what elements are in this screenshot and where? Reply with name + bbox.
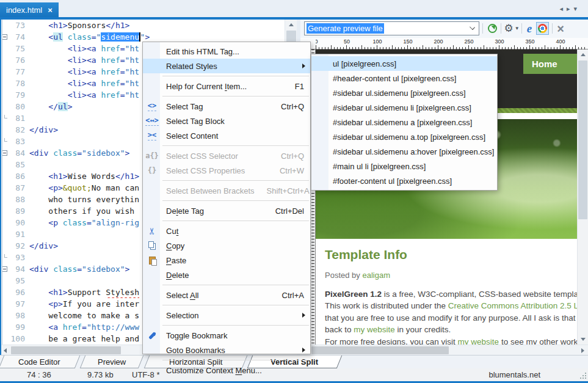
menu-item-select-all[interactable]: Select AllCtrl+A <box>143 288 310 302</box>
line-number: 73 <box>10 20 29 31</box>
submenu-item-style-sidebar-ul-sidemenu[interactable]: #sidebar ul.sidemenu [pixelgreen.css] <box>311 86 497 100</box>
fold-toggle-icon[interactable] <box>2 34 7 40</box>
menu-item-edit-html-tag[interactable]: Edit this HTML Tag... <box>143 44 310 59</box>
scroll-up-icon[interactable] <box>285 20 297 30</box>
menu-item-label: Customize Context Menu... <box>166 366 304 375</box>
close-preview-button[interactable]: × <box>554 22 567 35</box>
submenu-item-style-ul[interactable]: ul [pixelgreen.css] <box>311 56 497 71</box>
line-number: 83 <box>10 136 29 147</box>
fold-toggle-icon[interactable] <box>2 266 7 272</box>
menu-item-customize-context-menu[interactable]: Customize Context Menu... <box>143 363 310 378</box>
related-styles-submenu: ul [pixelgreen.css]#header-content ul [p… <box>311 54 498 191</box>
scroll-down-icon[interactable] <box>578 334 588 345</box>
ruler-label: 250 <box>464 38 473 45</box>
submenu-item-label: #sidebar ul.sidemenu a.top [pixelgreen.c… <box>333 133 491 142</box>
fold-toggle-icon[interactable] <box>2 150 7 156</box>
submenu-item-label: ul [pixelgreen.css] <box>333 59 491 68</box>
code-line[interactable]: 73 <h1>Sponsors</h1> <box>0 20 297 31</box>
submenu-item-label: #header-content ul [pixelgreen.css] <box>333 74 491 83</box>
menu-item-select-content[interactable]: ><Select Content <box>143 128 310 143</box>
template-description: PixelGreen 1.2 is a free, W3C-compliant,… <box>325 288 577 345</box>
menu-item-cut[interactable]: ✂Cut <box>143 224 310 238</box>
menu-item-paste[interactable]: Paste <box>143 253 310 268</box>
submenu-item-label: #sidebar ul.sidemenu a [pixelgreen.css] <box>333 118 491 127</box>
tab-index-html[interactable]: index.html × <box>0 2 59 17</box>
line-number: 75 <box>10 43 29 54</box>
scroll-left-icon[interactable]: ◂ <box>559 5 567 12</box>
submenu-item-style-header-content-ul[interactable]: #header-content ul [pixelgreen.css] <box>311 71 497 86</box>
menu-item-toggle-bookmark[interactable]: Toggle Bookmark <box>143 328 310 343</box>
menu-item-help-current-item[interactable]: Help for Current Item...F1 <box>143 79 310 93</box>
brand-text: blumentals.net <box>488 370 540 379</box>
tab-label: index.html <box>6 5 42 15</box>
scroll-up-icon[interactable] <box>578 49 588 60</box>
submenu-item-style-sidebar-ul-sidemenu-a-top[interactable]: #sidebar ul.sidemenu a.top [pixelgreen.c… <box>311 129 497 144</box>
menu-item-label: Select Content <box>166 131 304 140</box>
menu-separator <box>162 221 309 221</box>
cut-icon: ✂ <box>144 224 160 238</box>
menu-item-selection[interactable]: Selection <box>143 308 310 323</box>
menu-item-goto-bookmarks[interactable]: Goto Bookmarks <box>143 343 310 357</box>
editor-hscroll-thumb[interactable] <box>11 346 121 354</box>
preview-settings-button[interactable]: ⚙▼ <box>503 22 520 35</box>
menu-separator <box>162 325 309 326</box>
scroll-right-icon[interactable] <box>578 345 588 356</box>
document-tab-bar: index.html × ◂▸▾ <box>0 0 588 17</box>
file-size: 9.73 kb <box>87 370 114 379</box>
line-number: 80 <box>10 101 29 112</box>
menu-item-copy[interactable]: Copy <box>143 238 310 253</box>
submenu-item-style-sidebar-ul-sidemenu-a[interactable]: #sidebar ul.sidemenu a [pixelgreen.css] <box>311 115 497 129</box>
paragraph-line: For more free designs, you can visit my … <box>325 336 577 345</box>
text-link[interactable]: Creative Commons Attribution 2.5 License… <box>448 301 577 310</box>
close-tab-icon[interactable]: × <box>48 5 53 15</box>
scroll-right-icon[interactable]: ▸ <box>567 5 574 12</box>
view-tab-preview[interactable]: Preview <box>80 356 144 368</box>
line-number: 74 <box>10 31 29 43</box>
menu-item-label: Selection <box>166 311 304 320</box>
menu-item-select-tag-block[interactable]: <↔>Select Tag Block <box>143 114 310 128</box>
submenu-item-style-sidebar-ul-sidemenu-a-hover[interactable]: #sidebar ul.sidemenu a:hover [pixelgreen… <box>311 144 497 159</box>
select-tag-block-icon: <↔> <box>144 114 160 128</box>
resize-grip[interactable] <box>579 372 586 379</box>
chrome-engine-button[interactable] <box>536 22 549 35</box>
ruler-label: 100 <box>372 38 382 45</box>
tab-scroll-controls[interactable]: ◂▸▾ <box>559 5 581 13</box>
menu-item-select-between-brackets[interactable]: Select Between BracketsShift+Ctrl+A <box>143 183 310 198</box>
preview-hscroll-thumb[interactable] <box>311 346 449 354</box>
menu-item-label: Paste <box>166 256 304 265</box>
menu-item-delete[interactable]: Delete <box>143 268 310 282</box>
line-number: 100 <box>10 333 29 345</box>
preview-mode-combobox[interactable]: Generate preview file <box>304 21 479 35</box>
menu-item-delete-tag[interactable]: Delete TagCtrl+Del <box>143 203 310 218</box>
internet-explorer-button[interactable]: e <box>524 22 535 35</box>
author-link[interactable]: ealigam <box>362 271 390 280</box>
chevron-down-icon[interactable] <box>470 24 475 30</box>
submenu-item-style-main-ul-li[interactable]: #main ul li [pixelgreen.css] <box>311 159 497 173</box>
text-link[interactable]: my website <box>458 337 499 345</box>
preview-vertical-scrollbar[interactable] <box>577 49 588 345</box>
view-tab-code-editor[interactable]: Code Editor <box>0 356 80 368</box>
preview-vscroll-thumb[interactable] <box>578 60 587 219</box>
menu-shortcut: Ctrl+A <box>282 291 304 300</box>
scroll-left-icon[interactable] <box>0 345 10 356</box>
tab-list-icon[interactable]: ▾ <box>573 5 581 12</box>
line-number: 81 <box>10 112 29 124</box>
text-link[interactable]: my website <box>354 325 395 334</box>
chrome-icon <box>538 24 547 33</box>
menu-shortcut: F1 <box>295 82 304 91</box>
submenu-item-label: #footer-content ul [pixelgreen.css] <box>333 177 491 186</box>
menu-item-related-styles[interactable]: Related Styles <box>143 59 310 73</box>
paragraph-line: back to my website in your credits. <box>325 324 577 335</box>
menu-separator <box>162 96 309 97</box>
gutter-border <box>2 20 2 345</box>
menu-item-select-css-selector[interactable]: a{}Select CSS SelectorCtrl+Q <box>143 148 310 163</box>
refresh-button[interactable] <box>485 22 499 35</box>
submenu-item-style-footer-content-ul[interactable]: #footer-content ul [pixelgreen.css] <box>311 173 497 188</box>
view-tab-label: Code Editor <box>18 357 60 367</box>
preview-horizontal-scrollbar[interactable] <box>300 345 588 355</box>
menu-item-select-tag[interactable]: <>Select TagCtrl+Q <box>143 99 310 114</box>
css-selector-icon: a{} <box>144 148 160 163</box>
submenu-item-style-sidebar-ul-sidemenu-li[interactable]: #sidebar ul.sidemenu li [pixelgreen.css] <box>311 100 497 115</box>
home-nav-button[interactable]: Home <box>523 54 577 74</box>
menu-item-select-css-properties[interactable]: {}Select CSS PropertiesCtrl+W <box>143 163 310 178</box>
